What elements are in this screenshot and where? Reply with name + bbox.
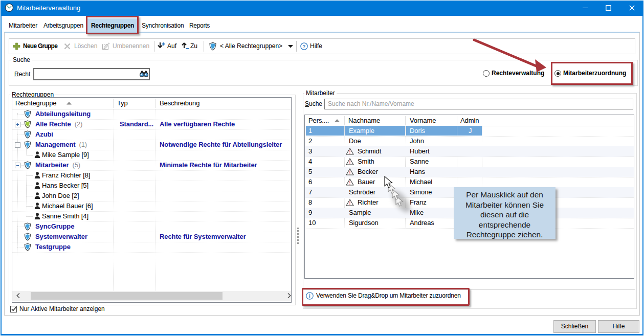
svg-text:?: ? xyxy=(303,43,306,49)
